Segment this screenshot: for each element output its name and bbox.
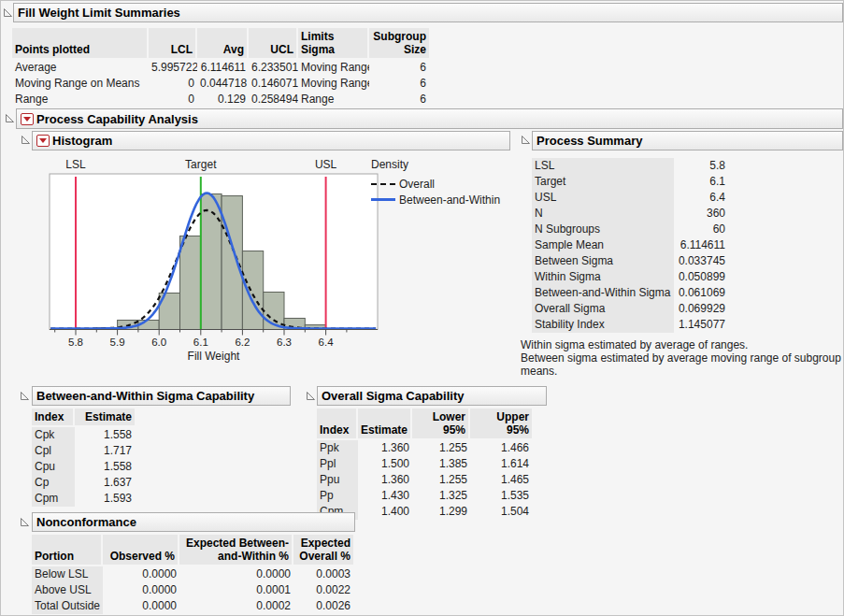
table-header-row: Portion Observed % Expected Between-and-… (32, 535, 353, 566)
table-cell: Cpl (32, 443, 75, 459)
table-cell: N (532, 206, 674, 222)
disclosure-open-icon[interactable] (5, 113, 15, 123)
section-bar-histogram[interactable]: Histogram (32, 131, 510, 150)
table-cell: Ppl (317, 456, 358, 472)
section-title: Nonconformance (36, 513, 136, 531)
svg-text:USL: USL (315, 158, 337, 171)
table-cell: 0 (149, 92, 197, 107)
section-title: Process Summary (536, 132, 642, 150)
legend-title: Density (371, 158, 500, 171)
table-row: Ppl1.5001.3851.614 (317, 456, 532, 472)
disclosure-open-icon[interactable] (20, 391, 30, 401)
column-header: Expected Between-and-Within % (179, 535, 293, 566)
table-row: Cpl1.717 (32, 443, 135, 459)
section-bar-nonconformance[interactable]: Nonconformance (32, 512, 355, 532)
section-title: Fill Weight Limit Summaries (18, 4, 180, 21)
histogram-panel: LSLTargetUSL5.85.96.06.16.26.36.4Fill We… (24, 154, 520, 382)
table-cell: 5.995722 (149, 60, 197, 76)
solid-line-swatch-icon (371, 198, 395, 201)
section-bar-process-capability[interactable]: Process Capability Analysis (16, 108, 843, 129)
table-cell: Below LSL (32, 566, 103, 582)
table-cell: 1.535 (470, 488, 532, 504)
table-cell: 0.069929 (674, 301, 728, 317)
column-header: UCL (249, 28, 298, 60)
disclosure-open-icon[interactable] (20, 517, 30, 527)
footnote: Within sigma estimated by average of ran… (521, 338, 844, 351)
table-cell: 1.465 (470, 472, 532, 488)
table-row: N360 (532, 206, 728, 222)
table-row: Target6.1 (532, 174, 728, 190)
table-cell: 0.258494 (249, 92, 298, 107)
table-cell: 1.717 (75, 443, 135, 459)
table-cell: 0.0000 (103, 566, 179, 582)
table-row: USL6.4 (532, 190, 728, 206)
column-header: Expected Overall % (293, 535, 353, 566)
table-cell: 0.0000 (103, 582, 179, 598)
section-bar-process-summary[interactable]: Process Summary (532, 131, 843, 150)
table-cell: 1.614 (470, 456, 532, 472)
table-cell: 0.0001 (179, 582, 293, 598)
column-header: Avg (197, 28, 249, 60)
table-cell: Stability Index (532, 317, 674, 333)
table-cell: 0.044718 (197, 76, 249, 92)
dashed-line-swatch-icon (371, 183, 395, 185)
table-cell: Overall Sigma (532, 301, 674, 317)
svg-text:Target: Target (185, 158, 217, 171)
column-header: Portion (32, 535, 103, 566)
table-cell: 6 (369, 92, 429, 107)
table-cell: Cpu (32, 459, 75, 475)
table-cell: 0.050899 (674, 269, 728, 285)
process-summary-table: LSL5.8Target6.1USL6.4N360N Subgroups60Sa… (532, 158, 728, 333)
disclosure-open-icon[interactable] (306, 391, 316, 401)
disclosure-open-icon[interactable] (21, 135, 31, 145)
red-triangle-menu-icon[interactable] (21, 113, 34, 125)
disclosure-open-icon[interactable] (3, 7, 13, 18)
table-row: Ppk1.3601.2551.466 (317, 440, 532, 456)
nonconformance-table: Portion Observed % Expected Between-and-… (32, 535, 353, 614)
table-cell: 0.0022 (293, 582, 353, 598)
table-cell: 1.593 (75, 491, 135, 507)
table-row: Between-and-Within Sigma0.061069 (532, 285, 728, 301)
svg-text:6.1: 6.1 (193, 337, 208, 348)
table-cell: 1.430 (358, 488, 412, 504)
table-cell: 1.255 (412, 472, 470, 488)
table-cell: N Subgroups (532, 222, 674, 237)
red-triangle-menu-icon[interactable] (36, 135, 50, 147)
table-cell: 6.1 (674, 174, 728, 190)
table-cell: Total Outside (32, 598, 103, 614)
table-cell: Range (298, 92, 369, 107)
table-cell: USL (532, 190, 674, 206)
table-cell: 1.255 (412, 440, 470, 456)
section-bar-overall-capability[interactable]: Overall Sigma Capability (317, 386, 547, 406)
table-cell: Between Sigma (532, 253, 674, 269)
table-cell: 0 (149, 76, 197, 92)
column-header: Observed % (103, 535, 179, 566)
table-cell: Above USL (32, 582, 103, 598)
table-cell: 0.129 (197, 92, 249, 107)
table-cell: 0.0002 (179, 598, 293, 614)
table-row: Moving Range on Means00.0447180.146071Mo… (12, 76, 429, 92)
table-row: Average5.9957226.1146116.233501Moving Ra… (12, 60, 429, 76)
table-cell: 0.0003 (293, 566, 353, 582)
table-row: N Subgroups60 (532, 222, 728, 237)
table-row: Range00.1290.258494Range6 (12, 92, 429, 107)
legend-label: Between-and-Within (399, 193, 500, 207)
table-cell: Average (12, 60, 149, 76)
table-cell: 6.4 (674, 190, 728, 206)
table-cell: 5.8 (674, 158, 728, 174)
table-row: Between Sigma0.033745 (532, 253, 728, 269)
section-bar-limit-summaries[interactable]: Fill Weight Limit Summaries (13, 3, 843, 22)
table-cell: 1.637 (75, 475, 135, 491)
column-header: Estimate (358, 408, 412, 440)
table-cell: 0.0000 (103, 598, 179, 614)
column-header: Limits Sigma (298, 28, 369, 60)
table-cell: Ppk (317, 440, 358, 456)
table-cell: Cp (32, 475, 75, 491)
section-title: Between-and-Within Sigma Capability (36, 387, 254, 405)
disclosure-open-icon[interactable] (521, 135, 531, 145)
table-cell: Moving Range on Means (12, 76, 149, 92)
table-cell: 1.500 (358, 456, 412, 472)
section-bar-bw-capability[interactable]: Between-and-Within Sigma Capability (32, 386, 291, 406)
svg-text:6.4: 6.4 (319, 337, 335, 348)
table-cell: 6.114611 (197, 60, 249, 76)
